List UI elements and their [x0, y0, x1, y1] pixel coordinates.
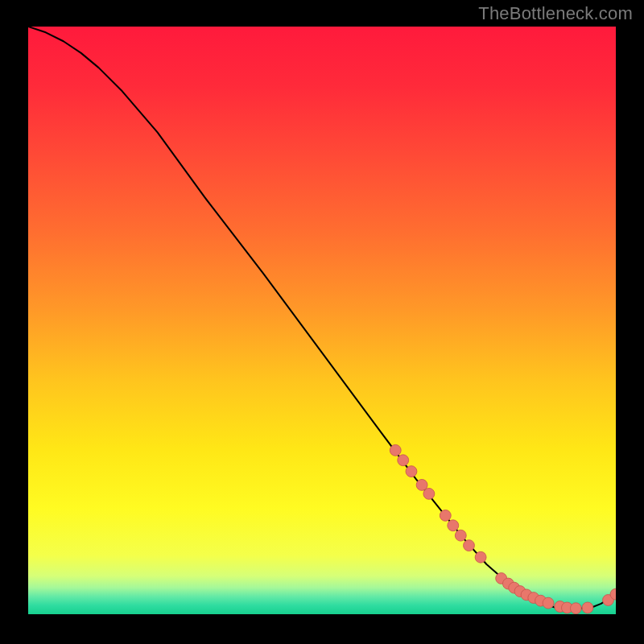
data-marker — [423, 488, 435, 499]
watermark-text: TheBottleneck.com — [478, 3, 633, 24]
chart-plot-area — [28, 27, 616, 618]
data-marker — [582, 602, 593, 613]
data-marker — [455, 530, 466, 541]
data-marker — [448, 520, 459, 531]
chart-svg — [28, 27, 616, 614]
gradient-background — [28, 27, 616, 614]
chart-container: TheBottleneck.com — [0, 0, 644, 644]
data-marker — [570, 603, 581, 614]
data-marker — [398, 455, 409, 466]
data-marker — [475, 551, 486, 563]
data-marker — [464, 540, 475, 551]
data-marker — [390, 444, 401, 456]
data-marker — [406, 466, 417, 477]
data-marker — [543, 597, 554, 609]
data-marker — [440, 510, 451, 521]
